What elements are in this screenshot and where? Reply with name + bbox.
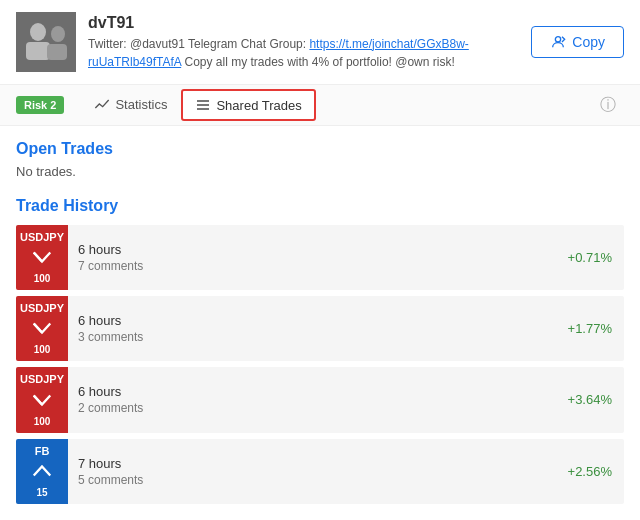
- trade-symbol: FB: [35, 445, 50, 458]
- open-trades-title: Open Trades: [16, 140, 624, 158]
- trade-badge: USDJPY 100: [16, 367, 68, 432]
- copy-button[interactable]: Copy: [531, 26, 624, 58]
- svg-line-9: [34, 253, 42, 262]
- trade-badge-num: 100: [34, 273, 51, 284]
- trade-symbol: USDJPY: [20, 302, 64, 315]
- trade-direction-icon: [31, 389, 53, 414]
- statistics-icon: [94, 96, 110, 112]
- main-content: Open Trades No trades. Trade History USD…: [0, 126, 640, 520]
- trade-item[interactable]: USDJPY 100 6 hours 2 comments +3.64%: [16, 367, 624, 432]
- trade-percentage: +3.64%: [568, 367, 624, 432]
- trade-history-title: Trade History: [16, 197, 624, 215]
- trade-badge: FB 15: [16, 439, 68, 504]
- trade-comments: 2 comments: [78, 401, 558, 415]
- trade-item[interactable]: USDJPY 100 6 hours 3 comments +1.77%: [16, 296, 624, 361]
- trade-percentage: +1.77%: [568, 296, 624, 361]
- trade-symbol: USDJPY: [20, 231, 64, 244]
- svg-point-3: [51, 26, 65, 42]
- copy-icon: [550, 34, 566, 50]
- trade-badge-num: 100: [34, 344, 51, 355]
- avatar: [16, 12, 76, 72]
- trade-details: 6 hours 3 comments: [68, 296, 568, 361]
- svg-rect-4: [47, 44, 67, 60]
- telegram-link[interactable]: https://t.me/joinchat/GGxB8w-ruUaTRlb49f…: [88, 37, 469, 69]
- trade-symbol: USDJPY: [20, 373, 64, 386]
- svg-line-11: [34, 395, 42, 404]
- trade-direction-icon: [31, 460, 53, 485]
- down-arrow-icon: [31, 246, 53, 268]
- tab-bar: Risk 2 Statistics Shared Trades ⓘ: [0, 85, 640, 126]
- tab-shared-trades[interactable]: Shared Trades: [181, 89, 315, 121]
- trade-percentage: +0.71%: [568, 225, 624, 290]
- down-arrow-icon: [31, 389, 53, 411]
- svg-point-1: [30, 23, 46, 41]
- trade-badge-num: 100: [34, 416, 51, 427]
- trade-comments: 5 comments: [78, 473, 558, 487]
- tab-statistics[interactable]: Statistics: [80, 86, 181, 124]
- down-arrow-icon: [31, 317, 53, 339]
- trade-badge: USDJPY 100: [16, 296, 68, 361]
- trade-percentage: +2.56%: [568, 439, 624, 504]
- username: dvT91: [88, 14, 519, 32]
- profile-description: Twitter: @davut91 Telegram Chat Group: h…: [88, 35, 519, 71]
- shared-trades-icon: [195, 97, 211, 113]
- risk-badge: Risk 2: [16, 96, 64, 114]
- trade-item[interactable]: FB 15 7 hours 5 comments +2.56%: [16, 439, 624, 504]
- svg-point-5: [556, 37, 561, 42]
- info-icon[interactable]: ⓘ: [592, 87, 624, 124]
- trade-details: 6 hours 2 comments: [68, 367, 568, 432]
- profile-header: dvT91 Twitter: @davut91 Telegram Chat Gr…: [0, 0, 640, 85]
- profile-info: dvT91 Twitter: @davut91 Telegram Chat Gr…: [88, 14, 519, 71]
- svg-rect-2: [26, 42, 50, 60]
- trade-duration: 7 hours: [78, 456, 558, 471]
- trade-duration: 6 hours: [78, 384, 558, 399]
- trade-duration: 6 hours: [78, 242, 558, 257]
- trade-badge-num: 15: [36, 487, 47, 498]
- no-trades-text: No trades.: [16, 164, 624, 179]
- trade-list: USDJPY 100 6 hours 7 comments +0.71% USD…: [16, 225, 624, 504]
- up-arrow-icon: [31, 460, 53, 482]
- svg-line-10: [34, 324, 42, 333]
- trade-item[interactable]: USDJPY 100 6 hours 7 comments +0.71%: [16, 225, 624, 290]
- trade-comments: 7 comments: [78, 259, 558, 273]
- trade-details: 6 hours 7 comments: [68, 225, 568, 290]
- trade-direction-icon: [31, 317, 53, 342]
- trade-badge: USDJPY 100: [16, 225, 68, 290]
- trade-direction-icon: [31, 246, 53, 271]
- trade-details: 7 hours 5 comments: [68, 439, 568, 504]
- trade-comments: 3 comments: [78, 330, 558, 344]
- trade-duration: 6 hours: [78, 313, 558, 328]
